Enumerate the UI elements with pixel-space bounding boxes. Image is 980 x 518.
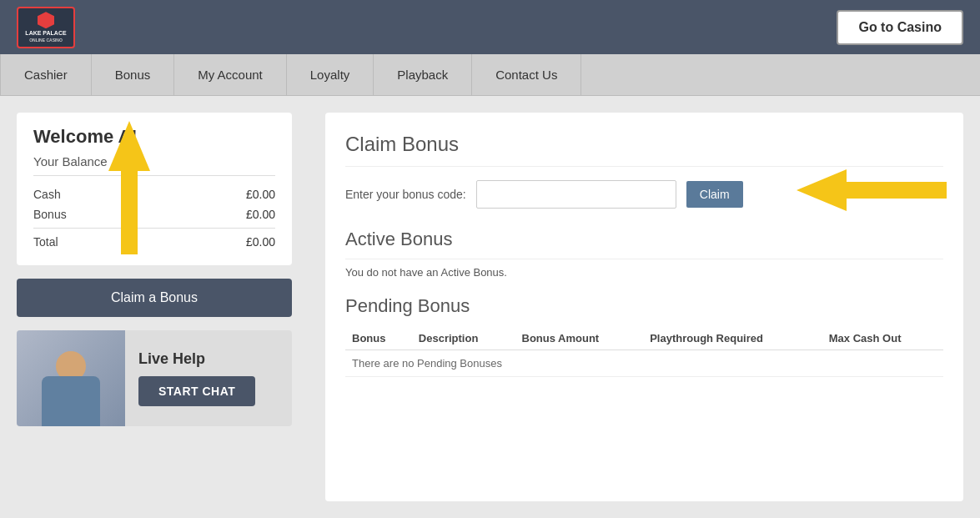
bonus-balance-row: Bonus £0.00 (33, 204, 275, 224)
bonus-code-label: Enter your bonus code: (345, 188, 466, 201)
table-header-row: Bonus Description Bonus Amount Playthrou… (345, 327, 943, 350)
table-header-max-cash-out: Max Cash Out (822, 327, 943, 350)
header: LAKE PALACE ONLINE CASINO Go to Casino (0, 0, 980, 54)
main-content: Claim Bonus Enter your bonus code: Claim… (309, 96, 980, 518)
cash-balance-row: Cash £0.00 (33, 184, 275, 204)
welcome-title: Welcome A! (33, 126, 275, 148)
nav-item-playback[interactable]: Playback (374, 54, 472, 95)
active-bonus-text: You do not have an Active Bonus. (345, 266, 943, 279)
arrow-up-indicator (108, 121, 150, 258)
claim-bonus-button[interactable]: Claim a Bonus (17, 279, 292, 317)
live-help-image (17, 330, 125, 426)
bonus-value: £0.00 (246, 208, 275, 221)
pending-bonus-table: Bonus Description Bonus Amount Playthrou… (345, 327, 943, 377)
nav-item-loyalty[interactable]: Loyalty (287, 54, 374, 95)
live-help-section: Live Help START CHAT (17, 330, 292, 426)
logo: LAKE PALACE ONLINE CASINO (17, 7, 75, 48)
logo-shield-icon (38, 12, 54, 28)
pending-bonus-title: Pending Bonus (345, 295, 943, 317)
go-to-casino-button[interactable]: Go to Casino (837, 10, 963, 45)
cash-value: £0.00 (246, 188, 275, 201)
logo-text-line1: LAKE PALACE (25, 30, 66, 37)
balance-label: Your Balance (33, 154, 275, 176)
table-header-playthrough: Playthrough Required (643, 327, 822, 350)
sidebar: Welcome A! Your Balance Cash £0.00 Bonus… (0, 96, 309, 518)
no-pending-text: There are no Pending Bonuses (345, 350, 943, 377)
live-help-content: Live Help START CHAT (125, 340, 269, 416)
person-body (42, 376, 100, 426)
content-area: Welcome A! Your Balance Cash £0.00 Bonus… (0, 96, 980, 518)
nav-item-cashier[interactable]: Cashier (0, 54, 92, 95)
claim-code-button[interactable]: Claim (686, 181, 743, 208)
table-header-bonus: Bonus (345, 327, 412, 350)
total-value: £0.00 (246, 235, 275, 249)
logo-text-line2: ONLINE CASINO (29, 38, 63, 43)
total-label: Total (33, 235, 58, 249)
nav-item-my-account[interactable]: My Account (174, 54, 287, 95)
balance-divider (33, 228, 275, 229)
main-panel: Claim Bonus Enter your bonus code: Claim… (325, 113, 963, 501)
nav-item-contact-us[interactable]: Contact Us (472, 54, 581, 95)
bonus-code-input[interactable] (476, 180, 676, 209)
bonus-label: Bonus (33, 208, 67, 221)
live-help-title: Live Help (138, 350, 255, 368)
table-header-description: Description (412, 327, 515, 350)
claim-bonus-section-title: Claim Bonus (345, 133, 943, 167)
svg-marker-0 (108, 121, 150, 254)
table-header-bonus-amount: Bonus Amount (515, 327, 644, 350)
support-person-illustration (29, 343, 113, 426)
total-balance-row: Total £0.00 (33, 232, 275, 252)
navigation: Cashier Bonus My Account Loyalty Playbac… (0, 54, 980, 96)
bonus-code-row: Enter your bonus code: Claim (345, 180, 943, 209)
active-bonus-title: Active Bonus (345, 229, 943, 259)
start-chat-button[interactable]: START CHAT (138, 376, 255, 406)
welcome-section: Welcome A! Your Balance Cash £0.00 Bonus… (17, 113, 292, 265)
logo-image: LAKE PALACE ONLINE CASINO (17, 7, 75, 48)
nav-item-bonus[interactable]: Bonus (92, 54, 175, 95)
table-row: There are no Pending Bonuses (345, 350, 943, 377)
cash-label: Cash (33, 188, 61, 201)
